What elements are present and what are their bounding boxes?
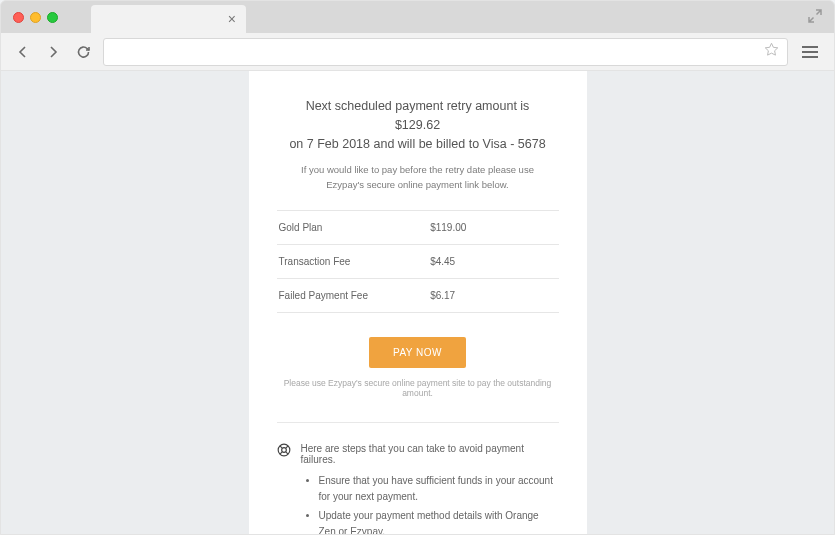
steps-body: Here are steps that you can take to avoi…	[301, 443, 559, 534]
forward-button[interactable]	[43, 42, 63, 62]
tab-bar: ×	[1, 1, 834, 33]
reload-button[interactable]	[73, 42, 93, 62]
steps-title: Here are steps that you can take to avoi…	[301, 443, 559, 465]
window-controls	[13, 12, 58, 23]
address-bar[interactable]	[103, 38, 788, 66]
window-close[interactable]	[13, 12, 24, 23]
row-value: $4.45	[430, 256, 556, 267]
window-maximize[interactable]	[47, 12, 58, 23]
row-value: $119.00	[430, 222, 556, 233]
window-minimize[interactable]	[30, 12, 41, 23]
back-button[interactable]	[13, 42, 33, 62]
row-label: Transaction Fee	[279, 256, 431, 267]
browser-window: × Next scheduled payment retry amount is…	[0, 0, 835, 535]
steps-list: Ensure that you have sufficient funds in…	[301, 473, 559, 534]
bookmark-star-icon[interactable]	[764, 42, 779, 61]
list-item: Update your payment method details with …	[319, 508, 559, 534]
table-row: Gold Plan $119.00	[277, 211, 559, 245]
table-row: Failed Payment Fee $6.17	[277, 279, 559, 313]
hamburger-menu-icon[interactable]	[798, 42, 822, 62]
row-label: Failed Payment Fee	[279, 290, 431, 301]
browser-tab[interactable]: ×	[91, 5, 246, 33]
nav-bar	[1, 33, 834, 71]
svg-marker-0	[765, 43, 778, 55]
tab-close-icon[interactable]: ×	[228, 11, 236, 27]
secure-note: Please use Ezypay's secure online paymen…	[277, 378, 559, 416]
svg-point-1	[278, 444, 290, 456]
viewport: Next scheduled payment retry amount is $…	[1, 71, 834, 534]
payment-table: Gold Plan $119.00 Transaction Fee $4.45 …	[277, 210, 559, 313]
svg-point-2	[281, 447, 286, 452]
payment-heading: Next scheduled payment retry amount is $…	[277, 97, 559, 153]
payment-subnote: If you would like to pay before the retr…	[277, 163, 559, 192]
lifebuoy-icon	[277, 443, 291, 457]
row-value: $6.17	[430, 290, 556, 301]
payment-card: Next scheduled payment retry amount is $…	[249, 71, 587, 534]
pay-now-button[interactable]: PAY NOW	[369, 337, 466, 368]
expand-icon[interactable]	[808, 9, 822, 27]
steps-section: Here are steps that you can take to avoi…	[277, 443, 559, 534]
heading-line1: Next scheduled payment retry amount is $…	[285, 97, 551, 135]
divider	[277, 422, 559, 423]
heading-line2: on 7 Feb 2018 and will be billed to Visa…	[285, 135, 551, 154]
table-row: Transaction Fee $4.45	[277, 245, 559, 279]
list-item: Ensure that you have sufficient funds in…	[319, 473, 559, 505]
row-label: Gold Plan	[279, 222, 431, 233]
